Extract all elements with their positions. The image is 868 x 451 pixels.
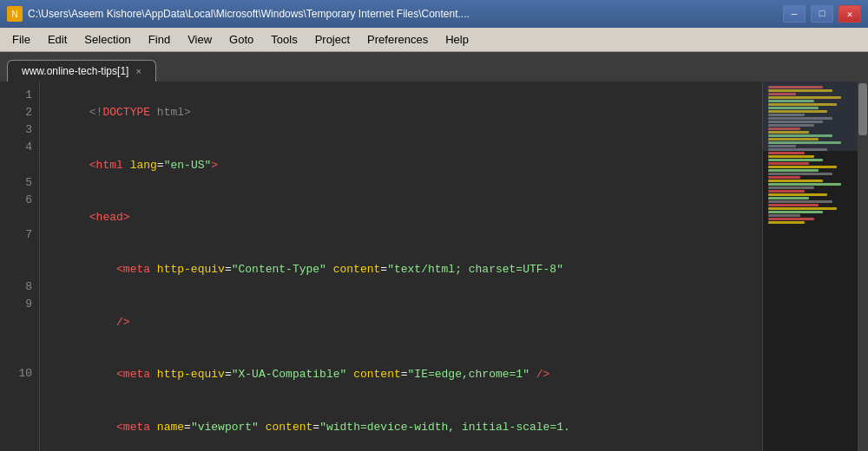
menu-bar: File Edit Selection Find View Goto Tools… [0,28,868,52]
app-icon: N [7,6,23,22]
menu-preferences[interactable]: Preferences [358,30,437,49]
code-line-6: <meta name="viewport" content="width=dev… [49,402,762,451]
svg-text:N: N [11,10,17,19]
line-num-3: 3 [3,121,32,139]
code-line-5: <meta http-equiv="X-UA-Compatible" conte… [49,349,762,401]
minimize-button[interactable]: — [783,5,806,23]
code-line-1: <!DOCTYPE html> [49,87,762,139]
maximize-button[interactable]: □ [811,5,833,23]
code-area[interactable]: <!DOCTYPE html> <html lang="en-US"> <hea… [40,82,762,451]
menu-edit[interactable]: Edit [39,30,76,49]
code-line-4b: /> [49,297,762,349]
line-numbers: 1 2 3 4 5 6 7 8 9 10 [0,82,40,451]
menu-project[interactable]: Project [306,30,358,49]
scroll-thumb[interactable] [858,83,867,135]
menu-view[interactable]: View [179,30,220,49]
minimap [762,82,858,451]
line-num-1: 1 [3,87,32,104]
editor: 1 2 3 4 5 6 7 8 9 10 <!DOCTYPE html> <ht… [0,82,868,451]
menu-selection[interactable]: Selection [76,30,139,49]
line-num-2: 2 [3,104,32,121]
line-num-8: 8 [3,278,32,296]
menu-tools[interactable]: Tools [262,30,306,49]
line-num-9: 9 [3,296,32,313]
line-num-6: 6 [3,192,32,209]
menu-find[interactable]: Find [140,30,179,49]
window-title: C:\Users\Aseem Kishore\AppData\Local\Mic… [28,8,778,20]
code-line-3: <head> [49,192,762,244]
menu-goto[interactable]: Goto [220,30,262,49]
line-num-5: 5 [3,174,32,192]
code-line-4: <meta http-equiv="Content-Type" content=… [49,244,762,296]
menu-help[interactable]: Help [437,30,477,49]
scrollbar[interactable] [858,82,868,451]
menu-file[interactable]: File [3,30,39,49]
line-num-4: 4 [3,139,32,156]
close-button[interactable]: ✕ [838,5,861,23]
line-num-10: 10 [3,365,32,382]
active-tab[interactable]: www.online-tech-tips[1] × [7,60,156,82]
title-bar: N C:\Users\Aseem Kishore\AppData\Local\M… [0,0,868,28]
code-line-2: <html lang="en-US"> [49,139,762,191]
tab-label: www.online-tech-tips[1] [22,65,128,77]
tab-close-button[interactable]: × [135,66,141,76]
line-num-7: 7 [3,226,32,244]
tab-bar: www.online-tech-tips[1] × [0,52,868,82]
